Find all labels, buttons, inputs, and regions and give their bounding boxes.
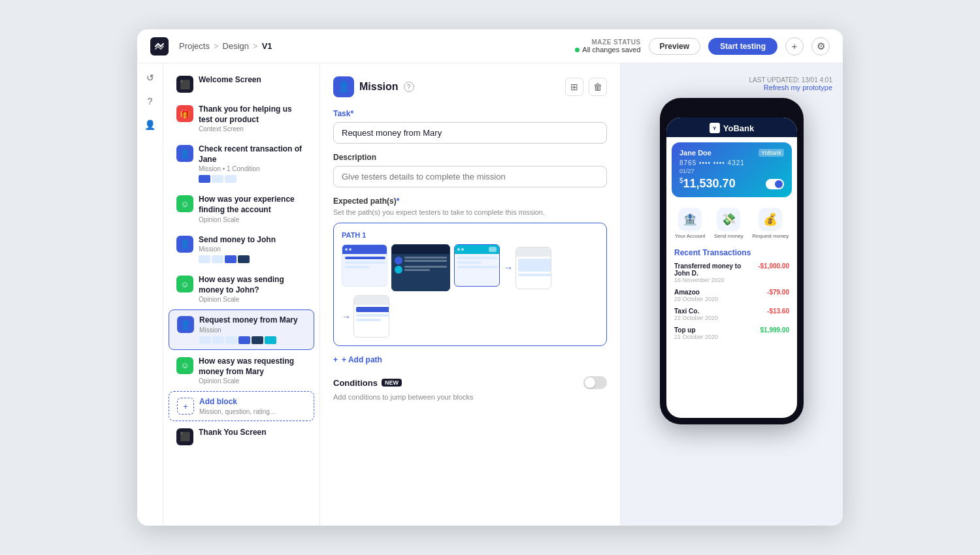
path-arrow-icon-2: →	[342, 311, 351, 322]
nav-user-icon[interactable]: 👤	[141, 116, 159, 134]
sidebar-item-welcome[interactable]: ⬛ Welcome Screen	[169, 70, 314, 98]
card-expiry: 01/27	[679, 168, 784, 174]
tx-amount-1: -$79.00	[767, 289, 789, 296]
sidebar-item-easy-requesting[interactable]: ☺ How easy was requesting money from Mar…	[169, 351, 314, 390]
add-block-icon: +	[177, 398, 194, 415]
app-logo	[150, 37, 169, 56]
qa-request-icon: 💰	[759, 208, 782, 231]
nav-undo-icon[interactable]: ↺	[141, 69, 159, 87]
recent-transactions: Recent Transactions Transferred money to…	[666, 244, 797, 349]
ps-header-4	[516, 247, 551, 257]
send-thumb-1	[199, 255, 210, 263]
description-input[interactable]	[333, 166, 607, 187]
check-transaction-icon: 👤	[176, 145, 193, 162]
req-thumb-6	[265, 336, 276, 344]
psb-text-2	[404, 266, 447, 274]
ps-header-3	[455, 245, 499, 254]
sidebar-title-request: Request money from Mary	[199, 315, 306, 326]
mission-save-icon[interactable]: ⊞	[565, 78, 583, 96]
recent-tx-title: Recent Transactions	[674, 248, 789, 257]
sidebar-info-thank-helping: Thank you for helping us test our produc…	[199, 104, 306, 133]
ps-img-4	[518, 259, 551, 272]
add-icon[interactable]: +	[785, 37, 804, 56]
sidebar-item-easy-sending[interactable]: ☺ How easy was sending money to John? Op…	[169, 270, 314, 308]
preview-button[interactable]: Preview	[649, 38, 700, 55]
sidebar-item-request-money[interactable]: 👤 Request money from Mary Mission	[169, 309, 314, 350]
card-top-row: Jane Doe YoBank	[679, 149, 784, 157]
request-money-icon: 👤	[177, 316, 194, 333]
ps-line-4	[457, 257, 498, 259]
easy-sending-icon: ☺	[176, 276, 193, 293]
start-testing-button[interactable]: Start testing	[708, 38, 777, 55]
sidebar-item-thank-helping[interactable]: 🎁 Thank you for helping us test our prod…	[169, 99, 314, 138]
psb-row-1	[395, 257, 447, 264]
sidebar-info-add: Add block Mission, question, rating...	[199, 397, 306, 415]
sidebar-item-add-block[interactable]: + Add block Mission, question, rating...	[169, 391, 314, 421]
bank-logo: Y	[710, 123, 720, 133]
breadcrumb-design[interactable]: Design	[223, 41, 249, 51]
nav-help-icon[interactable]: ?	[141, 92, 159, 110]
add-path-label: + Add path	[342, 355, 382, 364]
path-screen-3[interactable]	[454, 244, 500, 287]
breadcrumb-projects[interactable]: Projects	[179, 41, 210, 51]
task-input[interactable]	[333, 122, 607, 144]
maze-status: MAZE STATUS All changes saved	[575, 39, 640, 54]
qa-send-money[interactable]: 💸 Send money	[714, 208, 743, 239]
ps-line-3	[345, 266, 369, 268]
phone-top-bar: Y YoBank	[666, 118, 797, 137]
sidebar-item-check-transaction[interactable]: 👤 Check recent transaction of Jane Missi…	[169, 139, 314, 188]
qa-request-money[interactable]: 💰 Request money	[752, 208, 789, 239]
psb-text-1	[404, 257, 447, 264]
thank-helping-icon: 🎁	[176, 105, 193, 122]
sidebar-info-request: Request money from Mary Mission	[199, 315, 306, 344]
thumb-1	[199, 175, 210, 183]
card-bank-tag: YoBank	[759, 149, 784, 157]
qa-account-label: Your Account	[675, 233, 706, 239]
sidebar-item-experience-finding[interactable]: ☺ How was your experience finding the ac…	[169, 189, 314, 228]
ps-line-1	[345, 257, 385, 259]
sidebar-item-send-money[interactable]: 👤 Send money to John Mission	[169, 230, 314, 269]
qa-your-account[interactable]: 🏦 Your Account	[675, 208, 706, 239]
add-path-plus: +	[333, 355, 338, 364]
path-screen-2[interactable]	[391, 244, 450, 291]
mission-delete-icon[interactable]: 🗑	[589, 78, 607, 96]
settings-icon[interactable]: ⚙	[811, 37, 830, 56]
path-screen-5[interactable]	[353, 295, 389, 338]
psb-body-2	[392, 254, 449, 278]
conditions-row: Conditions NEW	[333, 376, 607, 389]
ps-line-6	[457, 266, 498, 268]
sidebar-title-easy-requesting: How easy was requesting money from Mary	[199, 357, 306, 377]
refresh-link[interactable]: Refresh my prototype	[631, 84, 832, 91]
header-right: MAZE STATUS All changes saved Preview St…	[575, 37, 830, 56]
conditions-toggle[interactable]	[583, 376, 607, 389]
path-arrow-icon: →	[504, 262, 513, 273]
req-thumb-2	[212, 336, 224, 344]
tx-amount-2: -$13.60	[767, 308, 789, 315]
tx-name-0: Transferred money to John D.	[674, 262, 758, 277]
sidebar-title-add: Add block	[199, 397, 306, 407]
status-dot	[575, 48, 580, 52]
path-screen-4[interactable]	[515, 247, 551, 289]
tx-left-2: Taxi Co. 22 October 2020	[674, 308, 718, 321]
tx-amount-3: $1,999.00	[760, 326, 790, 334]
description-label: Description	[333, 153, 607, 162]
send-thumb-2	[212, 255, 223, 263]
path-screen-1[interactable]	[342, 244, 387, 287]
psb-circle-2	[395, 266, 402, 274]
sidebar-sub-experience: Opinion Scale	[199, 216, 306, 223]
header: Projects > Design > V1 MAZE STATUS All c…	[137, 29, 843, 63]
qa-send-label: Send money	[714, 233, 743, 239]
mission-help-icon[interactable]: ?	[404, 82, 414, 92]
sidebar-item-thank-you-screen[interactable]: ⬛ Thank You Screen	[169, 422, 314, 451]
sidebar-sub-easy-sending: Opinion Scale	[199, 296, 306, 303]
quick-actions: 🏦 Your Account 💸 Send money 💰 Request mo…	[666, 202, 797, 244]
add-path-button[interactable]: + + Add path	[333, 355, 607, 364]
body: ↺ ? 👤 ⬛ Welcome Screen 🎁 Thank you for h…	[137, 63, 843, 526]
sidebar: ⬛ Welcome Screen 🎁 Thank you for helping…	[163, 63, 320, 526]
req-thumb-3	[225, 336, 237, 344]
card-toggle[interactable]	[766, 179, 784, 189]
sidebar-sub-easy-requesting: Opinion Scale	[199, 377, 306, 385]
sidebar-title-experience: How was your experience finding the acco…	[199, 195, 306, 215]
ps-header-1	[342, 245, 387, 254]
qa-send-icon: 💸	[717, 208, 740, 231]
